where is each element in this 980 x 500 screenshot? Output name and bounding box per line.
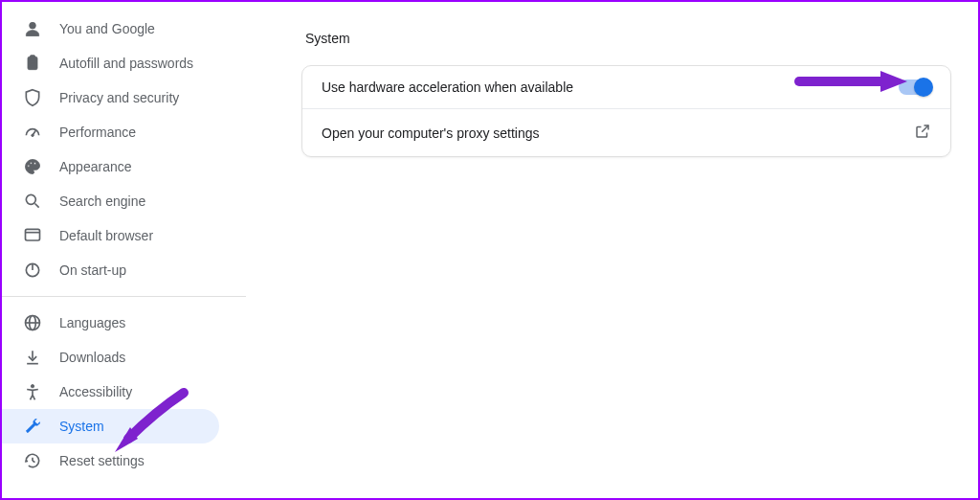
svg-rect-2 bbox=[31, 56, 35, 58]
shield-icon bbox=[23, 88, 42, 107]
clipboard-icon bbox=[23, 54, 42, 73]
svg-point-0 bbox=[30, 22, 36, 29]
row-hardware-acceleration[interactable]: Use hardware acceleration when available bbox=[302, 66, 950, 108]
sidebar-item-label: Languages bbox=[59, 315, 125, 330]
settings-sidebar: You and Google Autofill and passwords Pr… bbox=[2, 2, 246, 498]
sidebar-item-label: Performance bbox=[59, 125, 136, 140]
svg-line-23 bbox=[33, 461, 35, 463]
sidebar-item-system[interactable]: System bbox=[2, 409, 219, 443]
search-icon bbox=[23, 192, 42, 211]
sidebar-item-label: Accessibility bbox=[59, 384, 132, 399]
sidebar-item-label: Autofill and passwords bbox=[59, 56, 193, 71]
svg-point-7 bbox=[28, 165, 30, 167]
sidebar-item-autofill[interactable]: Autofill and passwords bbox=[2, 46, 219, 80]
svg-point-8 bbox=[30, 162, 32, 164]
sidebar-item-label: On start-up bbox=[59, 262, 126, 278]
row-label: Use hardware acceleration when available bbox=[322, 80, 573, 95]
accessibility-icon bbox=[23, 382, 42, 401]
sidebar-item-accessibility[interactable]: Accessibility bbox=[2, 375, 219, 409]
globe-icon bbox=[23, 313, 42, 332]
sidebar-item-label: Default browser bbox=[59, 228, 153, 243]
power-icon bbox=[23, 261, 42, 280]
sidebar-item-label: Reset settings bbox=[59, 453, 145, 468]
settings-main: System Use hardware acceleration when av… bbox=[246, 2, 978, 498]
sidebar-item-label: Privacy and security bbox=[59, 90, 179, 105]
svg-point-9 bbox=[33, 163, 35, 165]
system-settings-card: Use hardware acceleration when available… bbox=[301, 65, 951, 157]
speedometer-icon bbox=[23, 123, 42, 142]
sidebar-item-appearance[interactable]: Appearance bbox=[2, 149, 219, 184]
sidebar-item-label: System bbox=[59, 419, 104, 434]
svg-line-11 bbox=[35, 204, 39, 208]
sidebar-item-privacy[interactable]: Privacy and security bbox=[2, 80, 219, 115]
row-label: Open your computer's proxy settings bbox=[322, 125, 540, 141]
page-title: System bbox=[305, 31, 951, 46]
sidebar-item-reset-settings[interactable]: Reset settings bbox=[2, 443, 219, 478]
person-icon bbox=[23, 19, 42, 38]
svg-point-10 bbox=[26, 194, 35, 204]
sidebar-item-downloads[interactable]: Downloads bbox=[2, 340, 219, 375]
browser-icon bbox=[23, 226, 42, 245]
sidebar-divider bbox=[2, 296, 246, 297]
row-proxy-settings[interactable]: Open your computer's proxy settings bbox=[302, 108, 950, 156]
palette-icon bbox=[23, 157, 42, 176]
download-icon bbox=[23, 348, 42, 367]
toggle-hardware-acceleration[interactable] bbox=[899, 80, 931, 95]
sidebar-item-default-browser[interactable]: Default browser bbox=[2, 218, 219, 253]
sidebar-item-languages[interactable]: Languages bbox=[2, 306, 219, 340]
svg-point-6 bbox=[32, 134, 34, 137]
svg-rect-12 bbox=[26, 229, 40, 240]
svg-point-21 bbox=[31, 385, 33, 388]
sidebar-item-performance[interactable]: Performance bbox=[2, 115, 219, 149]
sidebar-item-search-engine[interactable]: Search engine bbox=[2, 184, 219, 218]
sidebar-item-label: Search engine bbox=[59, 193, 145, 209]
sidebar-item-label: Downloads bbox=[59, 350, 125, 365]
sidebar-item-label: You and Google bbox=[59, 21, 155, 36]
external-link-icon bbox=[914, 123, 931, 143]
sidebar-item-label: Appearance bbox=[59, 159, 132, 174]
restore-icon bbox=[23, 451, 42, 470]
wrench-icon bbox=[23, 417, 42, 436]
sidebar-item-on-startup[interactable]: On start-up bbox=[2, 253, 219, 287]
sidebar-item-you-and-google[interactable]: You and Google bbox=[2, 11, 219, 46]
